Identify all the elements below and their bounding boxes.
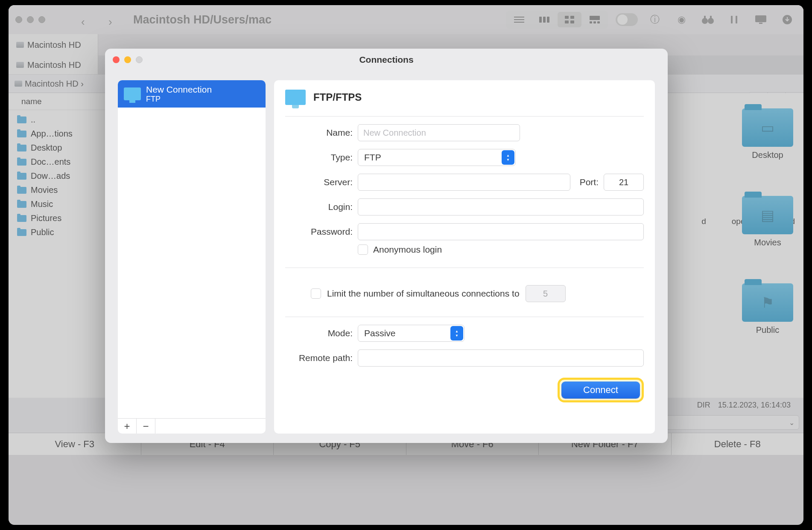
remote-path-field[interactable] — [358, 349, 644, 367]
grid-folder[interactable]: ▤ Movies — [742, 196, 793, 248]
folder-icon — [17, 229, 26, 236]
chevron-updown-icon: ▲▼ — [450, 326, 463, 341]
svg-rect-18 — [731, 16, 733, 23]
login-field[interactable] — [358, 198, 644, 215]
info-icon[interactable]: ⓘ — [646, 12, 664, 27]
svg-rect-4 — [543, 17, 546, 23]
binoculars-icon[interactable] — [698, 12, 717, 27]
view-mode-group — [506, 11, 608, 29]
folder-icon — [17, 201, 26, 208]
svg-rect-19 — [736, 16, 737, 23]
tab-left-1[interactable]: Macintosh HD — [9, 34, 98, 55]
svg-rect-12 — [593, 21, 596, 23]
connect-button[interactable]: Connect — [561, 381, 640, 399]
display-icon[interactable] — [751, 12, 770, 27]
modal-titlebar: Connections — [105, 49, 668, 71]
movies-folder-icon: ▤ — [761, 207, 774, 224]
svg-rect-21 — [759, 23, 762, 24]
anonymous-login-checkbox[interactable] — [358, 245, 368, 255]
svg-rect-17 — [710, 16, 712, 19]
folder-icon — [17, 173, 26, 180]
svg-rect-13 — [597, 21, 600, 23]
view-icons-button[interactable] — [558, 12, 581, 27]
delete-f8-button[interactable]: Delete - F8 — [672, 433, 804, 455]
svg-rect-10 — [590, 16, 600, 20]
chevron-updown-icon: ▲▼ — [502, 150, 514, 165]
mode-select[interactable]: Passive ▲▼ — [358, 325, 464, 342]
modal-close-button[interactable] — [113, 56, 120, 63]
svg-rect-0 — [514, 17, 524, 17]
preview-icon[interactable]: ◉ — [672, 12, 691, 27]
svg-rect-3 — [539, 17, 542, 23]
minimize-window-button[interactable] — [27, 16, 34, 23]
download-icon[interactable] — [778, 12, 797, 27]
nav-back-button[interactable]: ‹ — [81, 15, 90, 24]
folder-icon — [17, 159, 26, 166]
folder-icon — [17, 187, 26, 194]
disk-icon — [15, 81, 22, 87]
view-list-button[interactable] — [507, 12, 531, 27]
disk-icon — [16, 42, 24, 48]
view-gallery-button[interactable] — [583, 12, 607, 27]
connection-form-panel: FTP/FTPS Name: Type: FTP ▲▼ Server: Port… — [274, 80, 655, 434]
svg-rect-6 — [565, 16, 569, 19]
modal-minimize-button[interactable] — [124, 56, 131, 63]
limit-connections-field — [526, 285, 566, 302]
server-field[interactable] — [358, 174, 570, 191]
grid-folder[interactable]: ⚑ Public — [742, 283, 793, 335]
maximize-window-button[interactable] — [38, 16, 45, 23]
port-field[interactable] — [604, 174, 644, 191]
dual-pane-toggle[interactable] — [616, 13, 638, 26]
type-select[interactable]: FTP ▲▼ — [358, 149, 516, 166]
name-field[interactable] — [358, 124, 520, 141]
connections-modal: Connections New Connection FTP + − — [105, 49, 668, 443]
svg-rect-16 — [704, 16, 706, 19]
public-folder-icon: ⚑ — [761, 294, 774, 311]
settings-icon[interactable] — [725, 12, 744, 27]
folder-icon — [17, 131, 26, 137]
svg-rect-20 — [755, 15, 766, 22]
svg-rect-1 — [514, 19, 524, 20]
svg-rect-2 — [514, 22, 524, 23]
add-connection-button[interactable]: + — [118, 419, 137, 434]
modal-maximize-button[interactable] — [136, 56, 143, 63]
view-columns-button[interactable] — [532, 12, 556, 27]
panel-title: FTP/FTPS — [313, 91, 362, 103]
svg-rect-11 — [590, 21, 592, 23]
disk-icon — [16, 62, 24, 68]
password-field[interactable] — [358, 223, 644, 240]
remove-connection-button[interactable]: − — [137, 419, 155, 434]
connection-item[interactable]: New Connection FTP — [118, 80, 266, 108]
folder-icon — [17, 116, 26, 123]
svg-rect-9 — [570, 20, 574, 23]
svg-rect-5 — [547, 17, 549, 23]
traffic-lights — [15, 16, 45, 23]
ftp-icon — [285, 90, 306, 105]
modal-title: Connections — [359, 55, 413, 65]
svg-rect-7 — [570, 16, 574, 19]
connection-icon — [124, 87, 141, 100]
tab-left-2[interactable]: Macintosh HD — [9, 55, 98, 74]
svg-rect-8 — [565, 20, 569, 23]
breadcrumb: Macintosh HD/Users/mac — [133, 13, 272, 26]
path-segment[interactable]: Macintosh HD › — [25, 79, 84, 89]
folder-icon — [17, 215, 26, 222]
column-name[interactable]: name — [21, 97, 42, 106]
connect-highlight: Connect — [558, 378, 644, 402]
desktop-folder-icon: ▭ — [761, 119, 774, 136]
grid-folder[interactable]: ▭ Desktop — [742, 108, 793, 160]
connections-sidebar: New Connection FTP + − — [118, 80, 266, 434]
close-window-button[interactable] — [15, 16, 22, 23]
limit-connections-checkbox[interactable] — [311, 288, 321, 299]
main-toolbar: ‹ › Macintosh HD/Users/mac ⓘ ◉ — [9, 5, 803, 34]
nav-forward-button[interactable]: › — [108, 15, 117, 24]
folder-icon — [17, 145, 26, 151]
